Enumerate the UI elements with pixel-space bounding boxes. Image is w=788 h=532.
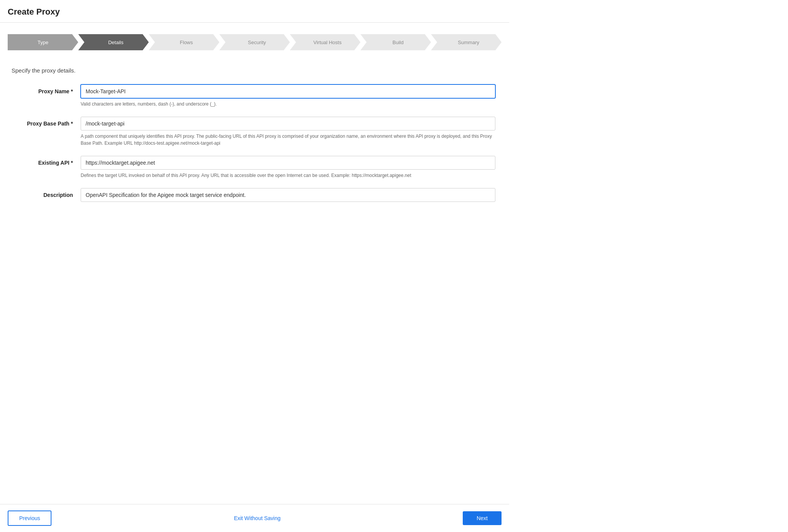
- step-type[interactable]: Type: [8, 34, 78, 50]
- section-description: Specify the proxy details.: [12, 67, 498, 74]
- step-security-label: Security: [248, 40, 266, 45]
- existing-api-field-group: Defines the target URL invoked on behalf…: [81, 156, 495, 179]
- proxy-name-hint: Valid characters are letters, numbers, d…: [81, 101, 495, 107]
- proxy-name-field-group: Valid characters are letters, numbers, d…: [81, 84, 495, 107]
- step-virtual-hosts[interactable]: Virtual Hosts: [290, 34, 361, 50]
- existing-api-row: Existing API * Defines the target URL in…: [12, 156, 495, 179]
- step-summary[interactable]: Summary: [431, 34, 502, 50]
- step-security[interactable]: Security: [219, 34, 290, 50]
- step-virtual-hosts-label: Virtual Hosts: [313, 40, 341, 45]
- step-summary-label: Summary: [458, 40, 479, 45]
- proxy-name-row: Proxy Name * Valid characters are letter…: [12, 84, 495, 107]
- description-row: Description: [12, 188, 495, 202]
- proxy-base-path-row: Proxy Base Path * A path component that …: [12, 117, 495, 147]
- step-details-label: Details: [108, 40, 124, 45]
- description-label: Description: [12, 188, 73, 198]
- proxy-base-path-field-group: A path component that uniquely identifie…: [81, 117, 495, 147]
- step-type-label: Type: [38, 40, 48, 45]
- step-details[interactable]: Details: [78, 34, 149, 50]
- wizard-steps: Type Details Flows Security Virtual Host…: [8, 34, 502, 50]
- existing-api-input[interactable]: [81, 156, 495, 170]
- form-section: Proxy Name * Valid characters are letter…: [12, 84, 495, 202]
- description-field-group: [81, 188, 495, 202]
- existing-api-label: Existing API *: [12, 156, 73, 166]
- step-build-label: Build: [392, 40, 404, 45]
- proxy-base-path-label: Proxy Base Path *: [12, 117, 73, 127]
- proxy-name-input[interactable]: [81, 84, 495, 98]
- step-flows-label: Flows: [180, 40, 193, 45]
- step-build[interactable]: Build: [361, 34, 431, 50]
- proxy-base-path-hint: A path component that uniquely identifie…: [81, 133, 495, 147]
- description-input[interactable]: [81, 188, 495, 202]
- page-title: Create Proxy: [8, 7, 502, 17]
- existing-api-hint: Defines the target URL invoked on behalf…: [81, 172, 495, 179]
- step-flows[interactable]: Flows: [149, 34, 219, 50]
- proxy-name-label: Proxy Name *: [12, 84, 73, 94]
- proxy-base-path-input[interactable]: [81, 117, 495, 131]
